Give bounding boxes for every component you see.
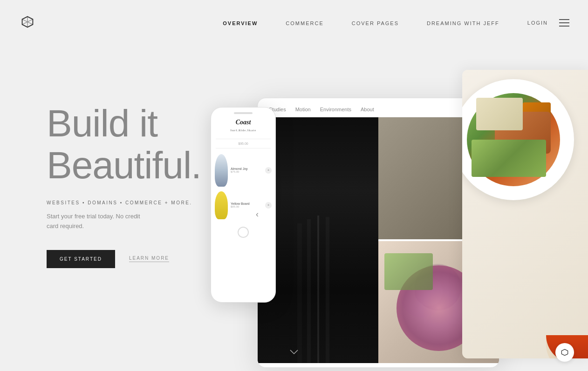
navigation: OVERVIEW COMMERCE COVER PAGES DREAMING W… — [0, 0, 588, 45]
hero-title: Build it Beautiful. — [47, 102, 201, 186]
food-plate — [462, 79, 574, 200]
phone-mockup: CoastSurf.Ride.Skate $95.00 Almond Joy $… — [211, 107, 276, 303]
phone-speaker — [234, 112, 253, 114]
right-food-panel — [462, 70, 588, 358]
phone-home-button[interactable] — [238, 227, 249, 238]
product-name-2: Yellow Board — [231, 202, 262, 205]
phone-brand: CoastSurf.Ride.Skate — [216, 119, 271, 133]
food-image — [462, 70, 588, 358]
tablet-nav-environments[interactable]: Environments — [320, 107, 351, 112]
nav-item-dreaming[interactable]: DREAMING WITH JEFF — [427, 19, 499, 27]
nav-link-commerce[interactable]: COMMERCE — [286, 20, 323, 26]
nav-item-commerce[interactable]: COMMERCE — [286, 19, 323, 27]
get-started-button[interactable]: GET STARTED — [47, 250, 115, 268]
login-button[interactable]: LOGIN — [527, 20, 548, 26]
scroll-down-indicator[interactable] — [288, 346, 300, 360]
carousel-prev-button[interactable]: ‹ — [250, 207, 264, 221]
leaf-shape — [384, 253, 433, 290]
phone-header: CoastSurf.Ride.Skate — [211, 117, 275, 137]
nav-link-overview[interactable]: OVERVIEW — [223, 20, 258, 26]
phone-brand-tagline: Surf.Ride.Skate — [230, 129, 256, 132]
nav-link-dreaming[interactable]: DREAMING WITH JEFF — [427, 20, 499, 26]
hero-subtitle: WEBSITES • DOMAINS • COMMERCE + MORE. — [47, 200, 201, 205]
hamburger-menu-icon[interactable] — [559, 19, 569, 27]
product-price-1: $75.00 — [231, 170, 262, 173]
product-image-1 — [215, 154, 228, 187]
learn-more-button[interactable]: LEARN MORE — [129, 256, 169, 262]
menu-line-3 — [559, 26, 569, 27]
add-to-cart-1[interactable]: + — [265, 167, 272, 174]
nav-link-cover-pages[interactable]: COVER PAGES — [352, 20, 399, 26]
tablet-nav-motion[interactable]: Motion — [295, 107, 311, 112]
product-info-1: Almond Joy $75.00 — [231, 167, 262, 173]
phone-separator-2 — [216, 148, 271, 148]
phone-product-1: Almond Joy $75.00 + — [215, 152, 272, 189]
surfboard-blue — [215, 154, 228, 187]
food-plate-content — [467, 93, 560, 186]
chevron-down-icon — [288, 346, 300, 358]
product-image-2 — [215, 191, 228, 219]
vegetable-portion — [472, 140, 546, 177]
nav-right: LOGIN — [527, 19, 569, 27]
menu-line-1 — [559, 19, 569, 20]
hero-actions: GET STARTED LEARN MORE — [47, 250, 201, 268]
surfboard-yellow — [215, 191, 228, 219]
devices-showcase: CoastSurf.Ride.Skate $95.00 Almond Joy $… — [211, 70, 588, 358]
rice-portion — [476, 98, 523, 130]
squarespace-badge[interactable] — [555, 343, 574, 362]
phone-products: Almond Joy $75.00 + Yellow Board $95.00 … — [211, 150, 275, 223]
phone-price-label: $95.00 — [211, 141, 275, 146]
hero-description: Start your free trial today. No credit c… — [47, 212, 201, 231]
tablet-nav-about[interactable]: About — [361, 107, 374, 112]
nav-item-cover-pages[interactable]: COVER PAGES — [352, 19, 399, 27]
product-name-1: Almond Joy — [231, 167, 262, 170]
hero-content: Build it Beautiful. WEBSITES • DOMAINS •… — [47, 102, 201, 268]
nav-item-overview[interactable]: OVERVIEW — [223, 19, 258, 27]
nav-links: OVERVIEW COMMERCE COVER PAGES DREAMING W… — [223, 19, 499, 27]
phone-separator — [216, 139, 271, 139]
add-to-cart-2[interactable]: + — [265, 202, 272, 209]
squarespace-badge-icon — [560, 348, 569, 357]
menu-line-2 — [559, 22, 569, 23]
logo[interactable] — [19, 13, 36, 33]
